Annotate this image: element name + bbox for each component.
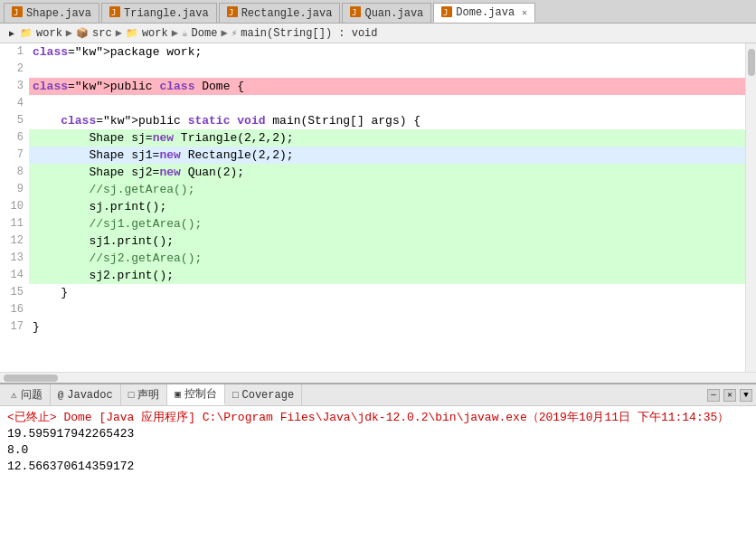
tab-rectangle[interactable]: JRectangle.java xyxy=(219,3,341,23)
svg-text:J: J xyxy=(443,8,448,17)
code-line-11[interactable]: //sj1.getArea(); xyxy=(29,215,745,232)
line-number-2: 2 xyxy=(0,61,24,78)
breadcrumb-separator: ▶ xyxy=(116,26,122,40)
console-tabs: ⚠问题@Javadoc□声明▣控制台□Coverage xyxy=(4,384,302,405)
breadcrumb: ▶📁 work ▶ 📦 src ▶ 📁 work ▶ ☕ Dome ▶ ⚡ ma… xyxy=(0,24,756,43)
breadcrumb-icon-3: ☕ xyxy=(182,27,188,39)
line-number-15: 15 xyxy=(0,284,24,301)
code-line-8[interactable]: Shape sj2=new Quan(2); xyxy=(29,164,745,181)
line-number-9: 9 xyxy=(0,181,24,198)
scrollbar-thumb[interactable] xyxy=(748,49,755,76)
code-line-6[interactable]: Shape sj=new Triangle(2,2,2); xyxy=(29,129,745,147)
code-line-15[interactable]: } xyxy=(29,284,745,301)
line-number-4: 4 xyxy=(0,95,24,112)
tab-label-triangle: Triangle.java xyxy=(124,7,209,20)
console-buttons: — ✕ ▼ xyxy=(707,389,756,402)
code-line-5[interactable]: class="kw">public static void main(Strin… xyxy=(29,112,745,129)
console-tab-label-javadoc: Javadoc xyxy=(67,389,112,402)
minimize-button[interactable]: — xyxy=(707,389,720,402)
console-line-1: 19.595917942265423 xyxy=(7,426,749,442)
code-line-9[interactable]: //sj.getArea(); xyxy=(29,181,745,198)
code-area[interactable]: class="kw">package work; class="kw">publ… xyxy=(29,43,745,372)
breadcrumb-separator: ▶ xyxy=(221,26,227,40)
code-line-13[interactable]: //sj2.getArea(); xyxy=(29,250,745,267)
console-tab-label-console: 控制台 xyxy=(184,386,217,402)
code-line-16[interactable] xyxy=(29,301,745,318)
horizontal-scrollbar[interactable] xyxy=(0,372,756,383)
console-tab-label-declaration: 声明 xyxy=(137,387,159,403)
svg-text:J: J xyxy=(14,8,18,17)
svg-text:J: J xyxy=(352,8,356,17)
code-line-7[interactable]: Shape sj1=new Rectangle(2,2); xyxy=(29,147,745,164)
tab-icon-rectangle: J xyxy=(227,6,238,20)
line-number-8: 8 xyxy=(0,164,24,181)
breadcrumb-separator: ▶ xyxy=(66,26,72,40)
line-number-3: 3 xyxy=(0,78,24,95)
breadcrumb-icon-1: 📦 xyxy=(76,27,89,39)
tab-label-dome: Dome.java xyxy=(456,6,515,19)
line-number-14: 14 xyxy=(0,267,24,284)
console-tab-bar: ⚠问题@Javadoc□声明▣控制台□Coverage — ✕ ▼ xyxy=(0,384,756,406)
line-numbers: 1234567891011121314151617 xyxy=(0,43,29,372)
console-tab-problems[interactable]: ⚠问题 xyxy=(4,384,51,405)
line-number-7: 7 xyxy=(0,147,24,164)
code-line-10[interactable]: sj.print(); xyxy=(29,198,745,215)
console-tab-label-problems: 问题 xyxy=(21,387,43,403)
console-tab-label-coverage: Coverage xyxy=(242,389,295,402)
line-number-6: 6 xyxy=(0,129,24,147)
console-tab-javadoc[interactable]: @Javadoc xyxy=(51,384,121,405)
breadcrumb-item-4: main(String[]) : void xyxy=(241,27,377,40)
breadcrumb-icon-4: ⚡ xyxy=(232,27,238,39)
breadcrumb-arrow-icon: ▶ xyxy=(9,28,14,39)
tab-icon-quan: J xyxy=(350,6,361,20)
code-line-1[interactable]: class="kw">package work; xyxy=(29,43,745,61)
breadcrumb-item-3: Dome xyxy=(192,27,218,40)
breadcrumb-item-0: work xyxy=(36,27,62,40)
tab-label-shape: Shape.java xyxy=(26,7,91,20)
console-tab-icon-javadoc: @ xyxy=(58,390,64,401)
console-tab-icon-coverage: □ xyxy=(232,390,239,401)
tab-close-dome[interactable]: ✕ xyxy=(522,7,527,18)
console-line-2: 8.0 xyxy=(7,442,749,459)
vertical-scrollbar[interactable] xyxy=(745,43,756,372)
tab-icon-shape: J xyxy=(12,6,23,20)
breadcrumb-item-2: work xyxy=(142,27,168,40)
code-line-3[interactable]: class="kw">public class Dome { xyxy=(29,78,745,95)
line-number-11: 11 xyxy=(0,215,24,232)
console-cmd: <已终止> Dome [Java 应用程序] C:\Program Files\… xyxy=(7,411,729,424)
line-number-13: 13 xyxy=(0,250,24,267)
svg-text:J: J xyxy=(229,8,233,17)
line-number-16: 16 xyxy=(0,301,24,318)
line-number-5: 5 xyxy=(0,112,24,129)
console-tab-coverage[interactable]: □Coverage xyxy=(225,384,302,405)
console-tab-icon-console: ▣ xyxy=(175,388,181,400)
console-line-0: <已终止> Dome [Java 应用程序] C:\Program Files\… xyxy=(7,410,749,426)
tab-icon-triangle: J xyxy=(109,6,120,20)
line-number-17: 17 xyxy=(0,318,24,336)
code-line-2[interactable] xyxy=(29,61,745,78)
console-tab-icon-declaration: □ xyxy=(128,390,135,401)
tab-bar: JShape.javaJTriangle.javaJRectangle.java… xyxy=(0,0,756,24)
tab-dome[interactable]: JDome.java✕ xyxy=(433,3,535,23)
console-panel: ⚠问题@Javadoc□声明▣控制台□Coverage — ✕ ▼ <已终止> … xyxy=(0,383,756,550)
console-tab-declaration[interactable]: □声明 xyxy=(121,384,168,405)
menu-button[interactable]: ▼ xyxy=(740,389,752,402)
tab-triangle[interactable]: JTriangle.java xyxy=(101,3,217,23)
breadcrumb-icon-2: 📁 xyxy=(126,27,138,39)
svg-text:J: J xyxy=(111,8,116,17)
code-line-12[interactable]: sj1.print(); xyxy=(29,232,745,250)
tab-quan[interactable]: JQuan.java xyxy=(342,3,431,23)
code-line-17[interactable]: } xyxy=(29,318,745,336)
h-scrollbar-thumb[interactable] xyxy=(4,375,58,382)
code-line-4[interactable] xyxy=(29,95,745,112)
console-output: <已终止> Dome [Java 应用程序] C:\Program Files\… xyxy=(0,406,756,550)
close-button[interactable]: ✕ xyxy=(723,389,736,402)
console-line-3: 12.566370614359172 xyxy=(7,459,749,475)
console-tab-console[interactable]: ▣控制台 xyxy=(167,384,225,405)
code-line-14[interactable]: sj2.print(); xyxy=(29,267,745,284)
line-number-12: 12 xyxy=(0,232,24,250)
tab-label-quan: Quan.java xyxy=(364,7,423,20)
tab-shape[interactable]: JShape.java xyxy=(4,3,99,23)
tab-icon-dome: J xyxy=(441,6,452,20)
breadcrumb-icon-0: 📁 xyxy=(20,27,33,39)
